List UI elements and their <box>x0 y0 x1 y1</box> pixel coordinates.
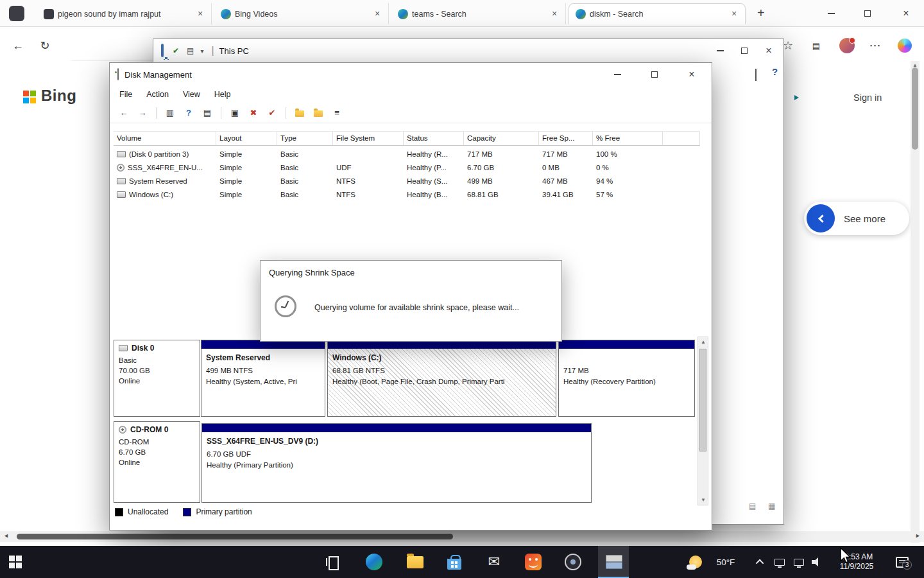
orange-app-taskbar-button[interactable] <box>518 546 549 578</box>
mail-taskbar-button[interactable]: ✉ <box>479 546 509 578</box>
volume-row[interactable]: (Disk 0 partition 3) Simple Basic Health… <box>114 147 663 161</box>
properties-icon[interactable]: ▤ <box>200 106 215 120</box>
dm-close-button[interactable]: × <box>680 66 704 83</box>
volume-row[interactable]: SSS_X64FRE_EN-U... Simple Basic UDF Heal… <box>114 161 663 174</box>
scroll-left-icon[interactable]: ◄ <box>3 532 9 539</box>
tab-close-icon[interactable]: × <box>549 8 560 20</box>
dm-maximize-button[interactable] <box>642 66 667 83</box>
see-more-button[interactable]: See more <box>804 202 909 235</box>
partition-windows-c-selected[interactable]: Windows (C:) 68.81 GB NTFS Healthy (Boot… <box>327 340 556 417</box>
quick-access-properties-icon[interactable]: ▤ <box>187 46 194 55</box>
column-header-volume[interactable]: Volume <box>114 132 216 146</box>
weather-temperature[interactable]: 50°F <box>710 546 742 578</box>
tab-close-icon[interactable]: × <box>194 8 206 20</box>
column-header-status[interactable]: Status <box>404 132 464 146</box>
disk-management-title-bar[interactable]: Disk Management × <box>110 63 712 86</box>
file-explorer-taskbar-button[interactable] <box>400 546 431 578</box>
column-header-capacity[interactable]: Capacity <box>464 132 539 146</box>
partition-cdrom-media[interactable]: SSS_X64FRE_EN-US_DV9 (D:) 6.70 GB UDF He… <box>201 423 592 503</box>
copilot-icon[interactable] <box>894 35 915 56</box>
partition-system-reserved[interactable]: System Reserved 499 MB NTFS Healthy (Sys… <box>201 340 325 417</box>
maximize-icon <box>864 10 871 17</box>
console-window-icon[interactable]: ▣ <box>227 106 243 120</box>
title-separator: | <box>211 45 214 57</box>
edge-taskbar-button[interactable] <box>359 546 389 578</box>
browser-tab-2[interactable]: Bing Videos × <box>214 3 389 24</box>
explorer-title-bar[interactable]: ✔ ▤ ▾ | This PC × <box>153 39 783 62</box>
refresh-button[interactable]: ↻ <box>35 35 55 56</box>
scroll-up-icon[interactable]: ▲ <box>699 339 708 345</box>
thumbnails-view-icon[interactable]: ▦ <box>768 502 775 511</box>
volume-tray-icon[interactable] <box>807 546 828 578</box>
menu-file[interactable]: File <box>112 86 139 103</box>
delete-volume-icon[interactable]: ✖ <box>246 106 261 120</box>
scroll-down-icon[interactable]: ▼ <box>699 497 708 503</box>
tab-close-icon[interactable]: × <box>372 8 383 20</box>
menu-help[interactable]: Help <box>207 86 238 103</box>
column-header-free-space[interactable]: Free Sp... <box>539 132 593 146</box>
explorer-maximize-button[interactable] <box>732 42 757 60</box>
browser-tab-4-active[interactable]: diskm - Search × <box>569 3 746 24</box>
browser-maximize-button[interactable] <box>853 0 882 27</box>
profile-avatar[interactable] <box>837 35 857 56</box>
list-view-icon[interactable]: ≡ <box>329 106 345 120</box>
dm-minimize-button[interactable] <box>605 66 629 83</box>
browser-tab-1[interactable]: pigeon sound by imam rajput × <box>37 3 212 24</box>
vertical-scrollbar[interactable]: ▲ ▼ <box>911 61 920 543</box>
start-button[interactable] <box>0 546 31 578</box>
action-center-button[interactable]: 3 <box>888 546 916 578</box>
horizontal-scrollbar[interactable]: ◄ ► <box>0 531 924 542</box>
forward-icon[interactable]: → <box>135 106 150 120</box>
partition-recovery[interactable]: 717 MB Healthy (Recovery Partition) <box>558 340 695 417</box>
column-header-pct-free[interactable]: % Free <box>593 132 663 146</box>
media-app-taskbar-button[interactable] <box>558 546 588 578</box>
pane-vertical-scrollbar[interactable]: ▲ ▼ <box>697 337 708 505</box>
browser-minimize-button[interactable] <box>816 0 846 27</box>
network-tray-icon[interactable] <box>789 546 809 578</box>
pane-scrollbar-thumb[interactable] <box>699 349 706 451</box>
browser-menu-icon[interactable]: ⋯ <box>865 35 886 56</box>
explorer-help-icon[interactable]: ? <box>772 66 778 77</box>
column-header-layout[interactable]: Layout <box>216 132 277 146</box>
scroll-right-icon[interactable]: ► <box>915 532 921 539</box>
horizontal-scrollbar-thumb[interactable] <box>17 534 453 539</box>
mark-active-icon[interactable]: ✔ <box>264 106 280 120</box>
menu-view[interactable]: View <box>176 86 207 103</box>
disk0-label[interactable]: Disk 0 Basic 70.00 GB Online <box>114 340 200 417</box>
vertical-scrollbar-thumb[interactable] <box>912 67 918 150</box>
weather-widget[interactable] <box>681 546 710 578</box>
task-view-button[interactable] <box>317 546 348 578</box>
quick-access-check-icon[interactable]: ✔ <box>173 46 179 55</box>
explorer-minimize-button[interactable] <box>708 42 732 60</box>
console-tree-icon[interactable]: ▥ <box>162 106 178 120</box>
menu-action[interactable]: Action <box>139 86 176 103</box>
back-icon[interactable]: ← <box>116 106 132 120</box>
back-button[interactable]: ← <box>8 35 28 56</box>
partition-status: Healthy (Boot, Page File, Crash Dump, Pr… <box>332 378 551 385</box>
help-icon[interactable]: ? <box>181 106 196 120</box>
tablet-mode-tray-icon[interactable] <box>770 546 789 578</box>
cdrom0-label[interactable]: CD-ROM 0 CD-ROM 6.70 GB Online <box>114 421 200 503</box>
tab-actions-button[interactable] <box>9 6 24 21</box>
this-pc-icon[interactable] <box>161 45 164 57</box>
volume-row[interactable]: System Reserved Simple Basic NTFS Health… <box>114 174 663 188</box>
explorer-close-button[interactable]: × <box>757 42 781 60</box>
ribbon-expand-chevron-icon[interactable] <box>755 69 757 80</box>
tray-overflow-button[interactable] <box>751 546 770 578</box>
store-taskbar-button[interactable] <box>439 546 470 578</box>
disk-management-taskbar-button[interactable] <box>598 546 629 578</box>
dialog-message: Querying volume for available shrink spa… <box>314 303 552 312</box>
column-header-filesystem[interactable]: File System <box>333 132 404 146</box>
browser-tab-3[interactable]: teams - Search × <box>391 3 566 24</box>
sign-in-link[interactable]: Sign in <box>853 92 882 103</box>
tab-close-icon[interactable]: × <box>728 8 740 20</box>
explore-folder-icon[interactable] <box>311 106 326 120</box>
details-view-icon[interactable]: ▤ <box>749 502 756 511</box>
new-tab-button[interactable]: + <box>757 6 765 21</box>
quick-access-customize-icon[interactable]: ▾ <box>200 48 203 55</box>
browser-close-button[interactable]: × <box>891 0 921 27</box>
collections-icon[interactable]: ▤ <box>806 35 826 56</box>
volume-row[interactable]: Windows (C:) Simple Basic NTFS Healthy (… <box>114 188 663 201</box>
column-header-type[interactable]: Type <box>277 132 333 146</box>
open-folder-icon[interactable] <box>292 106 307 120</box>
